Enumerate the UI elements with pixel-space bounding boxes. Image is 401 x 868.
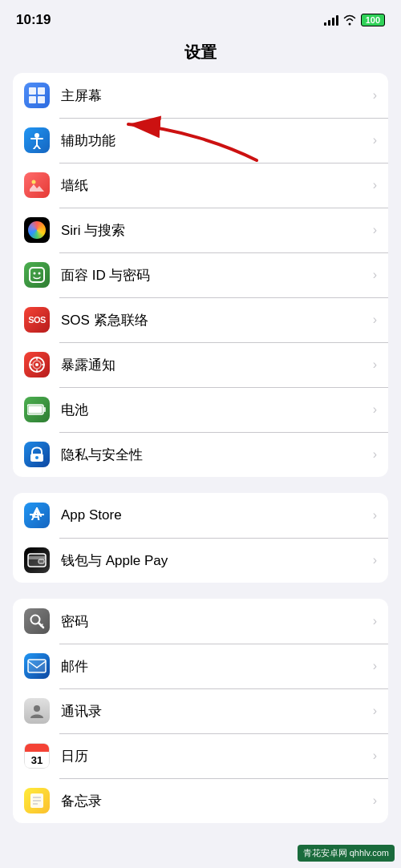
appstore-chevron: › — [373, 508, 377, 523]
battery-icon — [24, 397, 50, 422]
wallet-chevron: › — [373, 553, 377, 567]
settings-row-sos[interactable]: SOS SOS 紧急联络 › — [13, 297, 388, 342]
calendar-chevron: › — [373, 749, 377, 763]
settings-row-calendar[interactable]: 31 日历 › — [13, 733, 388, 778]
wallpaper-label: 墙纸 — [61, 176, 367, 195]
home-screen-label: 主屏幕 — [61, 87, 367, 105]
battery-chevron: › — [373, 402, 377, 417]
accessibility-chevron: › — [373, 133, 377, 147]
calendar-icon: 31 — [24, 743, 50, 769]
home-screen-icon — [24, 83, 50, 108]
settings-row-home-screen[interactable]: 主屏幕 › — [13, 73, 388, 118]
svg-point-2 — [32, 180, 36, 184]
watermark: 青花安卓网 qhhlv.com — [298, 845, 395, 862]
settings-row-wallet[interactable]: 钱包与 Apple Pay › — [13, 538, 388, 583]
page-title: 设置 — [184, 43, 217, 61]
privacy-chevron: › — [373, 447, 377, 462]
settings-row-passwords[interactable]: 密码 › — [13, 599, 388, 644]
accessibility-label: 辅助功能 — [61, 131, 367, 150]
wifi-icon — [343, 14, 356, 26]
svg-point-1 — [34, 133, 39, 138]
battery-indicator: 100 — [361, 14, 385, 26]
home-screen-chevron: › — [373, 88, 377, 103]
status-time: 10:19 — [16, 12, 51, 28]
settings-row-exposure[interactable]: 暴露通知 › — [13, 342, 388, 387]
privacy-label: 隐私与安全性 — [61, 446, 367, 464]
passwords-chevron: › — [373, 614, 377, 628]
wallpaper-chevron: › — [373, 178, 377, 192]
notes-label: 备忘录 — [61, 792, 367, 810]
sos-chevron: › — [373, 313, 377, 327]
passwords-label: 密码 — [61, 612, 367, 631]
svg-point-5 — [38, 273, 41, 275]
svg-rect-14 — [43, 407, 46, 412]
svg-point-17 — [35, 456, 38, 459]
svg-rect-24 — [38, 559, 44, 563]
store-settings-group: A App Store › 钱包与 Apple Pay › — [13, 493, 388, 583]
battery-label: 电池 — [61, 401, 367, 419]
notes-icon — [24, 788, 50, 813]
svg-point-29 — [34, 705, 40, 712]
exposure-label: 暴露通知 — [61, 356, 367, 374]
settings-row-siri[interactable]: Siri 与搜索 › — [13, 208, 388, 252]
settings-row-notes[interactable]: 备忘录 › — [13, 778, 388, 823]
siri-icon — [24, 217, 50, 243]
faceid-icon — [24, 262, 50, 288]
passwords-icon — [24, 608, 50, 634]
exposure-icon — [24, 352, 50, 377]
appstore-label: App Store — [61, 507, 367, 523]
accessibility-icon — [24, 127, 50, 153]
svg-point-8 — [35, 363, 38, 366]
sos-label: SOS 紧急联络 — [61, 311, 367, 329]
appstore-icon: A — [24, 503, 50, 528]
siri-label: Siri 与搜索 — [61, 221, 367, 240]
wallpaper-icon — [24, 172, 50, 198]
wallet-icon — [24, 547, 50, 573]
apps-settings-group: 密码 › 邮件 › 通讯录 › 31 日历 › — [13, 599, 388, 823]
settings-row-contacts[interactable]: 通讯录 › — [13, 688, 388, 733]
sos-icon: SOS — [24, 307, 50, 333]
faceid-chevron: › — [373, 268, 377, 282]
contacts-label: 通讯录 — [61, 702, 367, 721]
page-title-bar: 设置 — [0, 35, 401, 73]
status-bar: 10:19 100 — [0, 0, 401, 35]
siri-chevron: › — [373, 223, 377, 237]
svg-rect-15 — [29, 406, 43, 414]
signal-icon — [324, 14, 338, 26]
svg-point-4 — [34, 273, 36, 275]
system-settings-group: 主屏幕 › 辅助功能 › 墙纸 › Siri 与搜索 › — [13, 73, 388, 477]
calendar-label: 日历 — [61, 747, 367, 765]
settings-row-accessibility[interactable]: 辅助功能 › — [13, 118, 388, 163]
privacy-icon — [24, 442, 50, 467]
wallet-label: 钱包与 Apple Pay — [61, 551, 367, 570]
mail-chevron: › — [373, 659, 377, 673]
settings-row-privacy[interactable]: 隐私与安全性 › — [13, 432, 388, 477]
settings-row-appstore[interactable]: A App Store › — [13, 493, 388, 538]
mail-icon — [24, 653, 50, 679]
settings-row-mail[interactable]: 邮件 › — [13, 644, 388, 688]
mail-label: 邮件 — [61, 657, 367, 676]
faceid-label: 面容 ID 与密码 — [61, 266, 367, 285]
svg-rect-28 — [28, 660, 46, 672]
contacts-icon — [24, 698, 50, 724]
svg-rect-23 — [28, 556, 46, 559]
exposure-chevron: › — [373, 357, 377, 372]
settings-row-wallpaper[interactable]: 墙纸 › — [13, 163, 388, 208]
contacts-chevron: › — [373, 704, 377, 718]
notes-chevron: › — [373, 793, 377, 808]
svg-rect-3 — [30, 268, 44, 282]
status-icons: 100 — [324, 14, 385, 26]
settings-row-battery[interactable]: 电池 › — [13, 387, 388, 432]
settings-row-faceid[interactable]: 面容 ID 与密码 › — [13, 252, 388, 297]
